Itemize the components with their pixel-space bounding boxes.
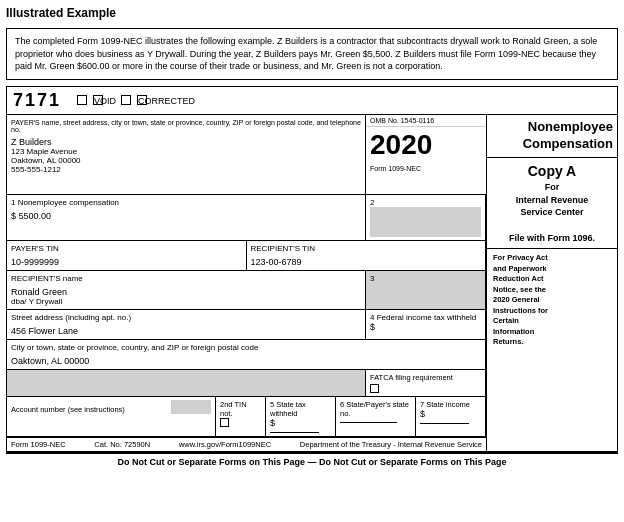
street-value: 456 Flower Lane [11, 326, 361, 336]
fatca-checkbox-group [370, 384, 481, 393]
box7-prefix: $ [420, 409, 481, 419]
state-income-cell: 7 State income $ [416, 397, 486, 436]
tin2-label: 2nd TIN not. [220, 400, 261, 418]
box7-line [420, 423, 469, 424]
for-label: For [493, 181, 611, 194]
intro-text: The completed Form 1099-NEC illustrates … [6, 28, 618, 80]
void-group: VOID [77, 95, 105, 105]
box3-label: 3 [370, 274, 481, 283]
box1: 1 Nonemployee compensation $ 5500.00 [7, 195, 366, 240]
copy-a: Copy A [493, 162, 611, 182]
omb-number: OMB No. 1545-0116 [366, 115, 486, 127]
payer-city: Oaktown, AL 00000 [11, 156, 361, 165]
payer-field-label: PAYER'S name, street address, city or to… [11, 119, 361, 133]
right-privacy: For Privacy Actand PaperworkReduction Ac… [487, 249, 617, 451]
account-cell: Account number (see instructions) [7, 397, 216, 436]
city-label: City or town, state or province, country… [11, 343, 481, 352]
footer-cat: Cat. No. 72590N [94, 440, 150, 449]
top-row: PAYER'S name, street address, city or to… [7, 115, 486, 195]
form-header: 7171 VOID CORRECTED [7, 87, 617, 115]
box5-prefix: $ [270, 418, 331, 428]
box4-prefix: $ [370, 322, 481, 332]
corrected-group: CORRECTED [121, 95, 149, 105]
footer-dept: Department of the Treasury - Internal Re… [300, 440, 482, 449]
form-number: 7171 [13, 90, 61, 111]
fatca-right: FATCA filing requirement [366, 370, 486, 396]
file-with: File with Form 1096. [493, 232, 611, 245]
box2-label: 2 [370, 198, 481, 207]
right-copy: Copy A For Internal RevenueService Cente… [487, 158, 617, 250]
recipient-name-label: RECIPIENT'S name [11, 274, 361, 283]
account-inner: Account number (see instructions) [11, 400, 211, 414]
form-footer: Form 1099-NEC Cat. No. 72590N www.irs.go… [7, 437, 486, 451]
box1-value: $ 5500.00 [11, 211, 361, 221]
box3: 3 [366, 271, 486, 309]
footer-left: Form 1099-NEC [11, 440, 66, 449]
void-label: VOID [93, 95, 103, 105]
recipient-tin-label: RECIPIENT'S TIN [251, 244, 482, 253]
payer-phone: 555-555-1212 [11, 165, 361, 174]
box1-label: 1 Nonemployee compensation [11, 198, 361, 207]
box1-row: 1 Nonemployee compensation $ 5500.00 2 [7, 195, 486, 241]
form-right: NonemployeeCompensation Copy A For Inter… [487, 115, 617, 451]
box6-label: 6 State/Payer's state no. [340, 400, 411, 418]
right-top: NonemployeeCompensation [487, 115, 617, 158]
corrected-checkbox[interactable] [121, 95, 131, 105]
payer-address: 123 Maple Avenue [11, 147, 361, 156]
box4-label: 4 Federal income tax withheld [370, 313, 481, 322]
year-display: 2020 [370, 131, 432, 159]
tin2-cell: 2nd TIN not. [216, 397, 266, 436]
recipient-name-value: Ronald Green [11, 287, 361, 297]
payer-tin-label: PAYER'S TIN [11, 244, 242, 253]
form-left: PAYER'S name, street address, city or to… [7, 115, 487, 451]
city-value: Oaktown, AL 00000 [11, 356, 481, 366]
payer-tin-value: 10-9999999 [11, 257, 242, 267]
box2-area [370, 207, 481, 237]
fatca-label: FATCA filing requirement [370, 373, 481, 382]
payer-name: Z Builders [11, 137, 361, 147]
recipient-dba: dba/ Y Drywall [11, 297, 361, 306]
year-bold: 20 [401, 129, 432, 160]
state-tax-cell: 5 State tax withheld $ [266, 397, 336, 436]
year-block: 2020 [366, 127, 486, 163]
street-addr-cell: Street address (including apt. no.) 456 … [7, 310, 366, 339]
fatca-checkbox[interactable] [370, 384, 379, 393]
box4: 4 Federal income tax withheld $ [366, 310, 486, 339]
page-title: Illustrated Example [6, 6, 618, 20]
do-not-cut: Do Not Cut or Separate Forms on This Pag… [6, 452, 618, 470]
form-1099-nec: 7171 VOID CORRECTED PAYER'S name, street… [6, 86, 618, 452]
recipient-tin-value: 123-00-6789 [251, 257, 482, 267]
recipient-tin-cell: RECIPIENT'S TIN 123-00-6789 [247, 241, 487, 270]
box5-line [270, 432, 319, 433]
nonemployee-title: NonemployeeCompensation [491, 119, 613, 153]
payer-tin-cell: PAYER'S TIN 10-9999999 [7, 241, 247, 270]
tin-row: PAYER'S TIN 10-9999999 RECIPIENT'S TIN 1… [7, 241, 486, 271]
void-checkbox[interactable] [77, 95, 87, 105]
box6-line [340, 422, 397, 423]
payer-info: PAYER'S name, street address, city or to… [7, 115, 366, 195]
recipient-name-cell: RECIPIENT'S name Ronald Green dba/ Y Dry… [7, 271, 366, 309]
omb-year-block: OMB No. 1545-0116 2020 Form 1099-NEC [366, 115, 486, 195]
irs-label: Internal RevenueService Center [493, 194, 611, 219]
city-addr-cell: City or town, state or province, country… [7, 340, 486, 369]
box7-label: 7 State income [420, 400, 481, 409]
state-no-cell: 6 State/Payer's state no. [336, 397, 416, 436]
fatca-row: FATCA filing requirement [7, 370, 486, 397]
bottom-row: Account number (see instructions) 2nd TI… [7, 397, 486, 437]
account-label: Account number (see instructions) [11, 405, 167, 414]
city-row: City or town, state or province, country… [7, 340, 486, 370]
form-body: PAYER'S name, street address, city or to… [7, 115, 617, 451]
tin2-checkbox[interactable] [220, 418, 229, 427]
intro-content: The completed Form 1099-NEC illustrates … [15, 36, 597, 71]
fatca-left-gray [7, 370, 366, 396]
corrected-label: CORRECTED [137, 95, 147, 105]
account-value-area [171, 400, 211, 414]
street-label: Street address (including apt. no.) [11, 313, 361, 322]
street-row: Street address (including apt. no.) 456 … [7, 310, 486, 340]
recipient-row: RECIPIENT'S name Ronald Green dba/ Y Dry… [7, 271, 486, 310]
year-light: 20 [370, 129, 401, 160]
box2: 2 [366, 195, 486, 240]
form-name: Form 1099-NEC [366, 163, 486, 174]
footer-url: www.irs.gov/Form1099NEC [179, 440, 271, 449]
box5-label: 5 State tax withheld [270, 400, 331, 418]
